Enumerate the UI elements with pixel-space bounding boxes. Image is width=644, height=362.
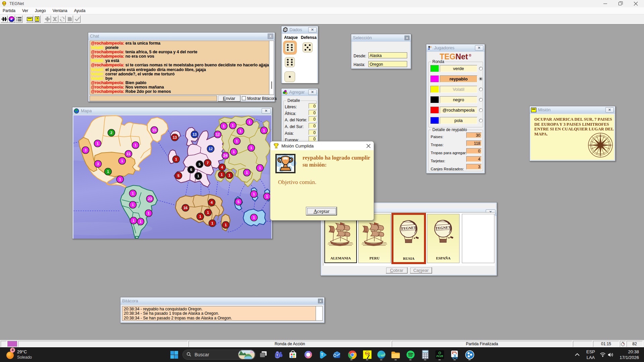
svg-text:4: 4: [211, 200, 213, 204]
svg-text:5: 5: [199, 162, 201, 166]
svg-text:1: 1: [199, 215, 201, 219]
svg-text:1: 1: [135, 143, 137, 147]
svg-text:1: 1: [107, 170, 109, 174]
svg-text:1: 1: [148, 211, 150, 215]
svg-text:15: 15: [152, 128, 156, 132]
svg-text:1: 1: [119, 177, 121, 181]
svg-text:12: 12: [209, 147, 213, 151]
svg-text:13: 13: [193, 132, 197, 136]
svg-text:13: 13: [173, 135, 177, 139]
svg-text:6: 6: [190, 168, 192, 172]
svg-text:1: 1: [211, 221, 213, 225]
svg-text:1: 1: [132, 219, 135, 223]
svg-text:24: 24: [223, 154, 228, 158]
svg-text:1: 1: [132, 203, 134, 207]
svg-text:1: 1: [259, 166, 261, 170]
svg-text:1: 1: [246, 171, 248, 175]
svg-text:3: 3: [85, 148, 87, 152]
svg-text:1: 1: [175, 157, 177, 161]
svg-text:1: 1: [233, 150, 235, 154]
svg-text:1: 1: [232, 123, 234, 127]
svg-text:T: T: [276, 354, 278, 357]
svg-text:1: 1: [97, 141, 99, 145]
svg-text:TEG: TEG: [2, 2, 6, 4]
svg-text:?: ?: [36, 17, 38, 21]
svg-text:5: 5: [237, 200, 239, 204]
svg-text:1: 1: [228, 173, 230, 177]
svg-text:1: 1: [249, 120, 251, 124]
svg-text:1: 1: [207, 210, 209, 215]
svg-text:1: 1: [250, 146, 252, 150]
svg-text:O: O: [589, 144, 591, 146]
svg-text:1: 1: [223, 124, 225, 128]
svg-text:4: 4: [221, 165, 223, 169]
svg-text:1: 1: [266, 194, 268, 198]
svg-text:12: 12: [216, 132, 220, 136]
svg-text:TEG: TEG: [365, 352, 369, 355]
svg-text:23: 23: [148, 197, 152, 201]
svg-text:1: 1: [239, 129, 241, 133]
svg-text:5: 5: [177, 174, 179, 178]
svg-text:1: 1: [121, 159, 123, 163]
svg-text:1: 1: [253, 192, 255, 196]
svg-text:16: 16: [183, 206, 187, 210]
svg-text:S: S: [600, 154, 601, 156]
svg-text:E: E: [610, 144, 611, 146]
svg-text:1: 1: [221, 173, 223, 177]
svg-text:1: 1: [140, 220, 142, 224]
svg-text:1: 1: [263, 128, 265, 132]
svg-text:N: N: [599, 135, 601, 137]
svg-text:FC25: FC25: [436, 355, 443, 358]
svg-text:1: 1: [253, 216, 255, 220]
svg-text:1: 1: [225, 223, 227, 227]
svg-text:7: 7: [207, 161, 209, 165]
svg-text:11: 11: [126, 152, 130, 156]
svg-text:1: 1: [236, 139, 238, 143]
svg-text:1: 1: [197, 174, 199, 178]
svg-text:T: T: [321, 353, 323, 357]
svg-text:3: 3: [97, 162, 99, 166]
svg-text:2: 2: [110, 131, 112, 135]
svg-text:1: 1: [132, 191, 134, 195]
